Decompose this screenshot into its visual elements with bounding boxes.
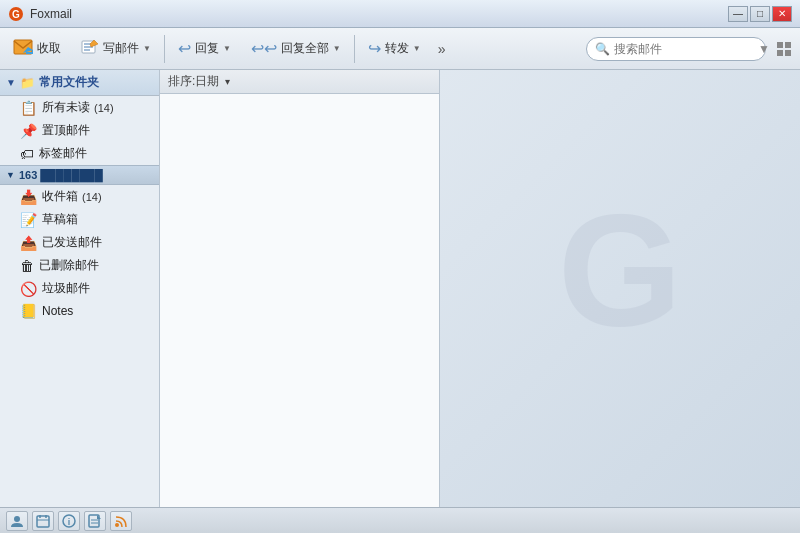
sidebar-item-junk[interactable]: 🚫 垃圾邮件 [0, 277, 159, 300]
compose-icon [81, 39, 99, 59]
all-unread-label: 所有未读 [42, 99, 90, 116]
calendar-button[interactable] [32, 511, 54, 531]
all-unread-badge: (14) [94, 102, 114, 114]
search-dropdown-icon[interactable]: ▼ [758, 42, 770, 56]
contacts-button[interactable] [6, 511, 28, 531]
compose-label: 写邮件 [103, 40, 139, 57]
forward-icon: ↪ [368, 39, 381, 58]
rss-button[interactable] [110, 511, 132, 531]
reply-all-icon: ↩↩ [251, 39, 277, 58]
common-folders-header[interactable]: ▼ 📁 常用文件夹 [0, 70, 159, 96]
svg-rect-13 [777, 50, 783, 56]
toolbar-separator-2 [354, 35, 355, 63]
forward-dropdown-arrow[interactable]: ▼ [413, 44, 421, 53]
notes-icon: 📒 [20, 303, 37, 319]
notes-label: Notes [42, 304, 73, 318]
svg-point-16 [14, 516, 20, 522]
drafts-label: 草稿箱 [42, 211, 78, 228]
search-input[interactable] [614, 42, 754, 56]
sidebar-item-inbox[interactable]: 📥 收件箱 (14) [0, 185, 159, 208]
receive-icon [13, 39, 33, 59]
sort-button[interactable]: 排序:日期 ▾ [168, 73, 230, 90]
main-layout: ▼ 📁 常用文件夹 📋 所有未读 (14) 📌 置顶邮件 🏷 标签邮件 ▼ 16… [0, 70, 800, 507]
titlebar: G Foxmail — □ ✕ [0, 0, 800, 28]
close-button[interactable]: ✕ [772, 6, 792, 22]
svg-rect-12 [785, 42, 791, 48]
svg-rect-11 [777, 42, 783, 48]
deleted-icon: 🗑 [20, 258, 34, 274]
reply-all-dropdown-arrow[interactable]: ▼ [333, 44, 341, 53]
toolbar-separator-1 [164, 35, 165, 63]
tagged-label: 标签邮件 [39, 145, 87, 162]
inbox-icon: 📥 [20, 189, 37, 205]
maximize-button[interactable]: □ [750, 6, 770, 22]
svg-text:G: G [12, 9, 20, 20]
common-folders-arrow: ▼ [6, 77, 16, 88]
svg-point-27 [115, 523, 119, 527]
account-arrow: ▼ [6, 170, 15, 180]
svg-rect-14 [785, 50, 791, 56]
sidebar-item-all-unread[interactable]: 📋 所有未读 (14) [0, 96, 159, 119]
pinned-label: 置顶邮件 [42, 122, 90, 139]
inbox-label: 收件箱 [42, 188, 78, 205]
common-folders-label: 常用文件夹 [39, 74, 99, 91]
app-icon: G [8, 6, 24, 22]
pinned-icon: 📌 [20, 123, 37, 139]
compose-note-button[interactable] [84, 511, 106, 531]
statusbar: i [0, 507, 800, 533]
minimize-button[interactable]: — [728, 6, 748, 22]
reply-button[interactable]: ↩ 回复 ▼ [169, 33, 240, 65]
sidebar-item-notes[interactable]: 📒 Notes [0, 300, 159, 322]
svg-rect-2 [14, 40, 32, 54]
email-list-header: 排序:日期 ▾ [160, 70, 439, 94]
more-button[interactable]: » [432, 38, 452, 60]
deleted-label: 已删除邮件 [39, 257, 99, 274]
email-list-panel: 排序:日期 ▾ [160, 70, 440, 507]
reply-all-label: 回复全部 [281, 40, 329, 57]
sent-label: 已发送邮件 [42, 234, 102, 251]
reply-all-button[interactable]: ↩↩ 回复全部 ▼ [242, 33, 350, 65]
reply-label: 回复 [195, 40, 219, 57]
sidebar-item-deleted[interactable]: 🗑 已删除邮件 [0, 254, 159, 277]
preview-panel: G [440, 70, 800, 507]
receive-button[interactable]: 收取 [4, 33, 70, 65]
junk-label: 垃圾邮件 [42, 280, 90, 297]
drafts-icon: 📝 [20, 212, 37, 228]
sidebar: ▼ 📁 常用文件夹 📋 所有未读 (14) 📌 置顶邮件 🏷 标签邮件 ▼ 16… [0, 70, 160, 507]
account-header[interactable]: ▼ 163 ████████ [0, 165, 159, 185]
sent-icon: 📤 [20, 235, 37, 251]
inbox-badge: (14) [82, 191, 102, 203]
search-icon: 🔍 [595, 42, 610, 56]
account-label: 163 ████████ [19, 169, 103, 181]
common-folders-icon: 📁 [20, 76, 35, 90]
email-list-body [160, 94, 439, 507]
app-title: Foxmail [30, 7, 728, 21]
svg-text:i: i [68, 517, 71, 527]
junk-icon: 🚫 [20, 281, 37, 297]
sidebar-item-pinned[interactable]: 📌 置顶邮件 [0, 119, 159, 142]
sidebar-item-tagged[interactable]: 🏷 标签邮件 [0, 142, 159, 165]
compose-dropdown-arrow[interactable]: ▼ [143, 44, 151, 53]
receive-label: 收取 [37, 40, 61, 57]
forward-button[interactable]: ↪ 转发 ▼ [359, 33, 430, 65]
svg-text:G: G [558, 180, 682, 359]
foxmail-watermark: G [520, 175, 720, 402]
sort-direction-icon: ▾ [225, 76, 230, 87]
compose-button[interactable]: 写邮件 ▼ [72, 33, 160, 65]
grid-view-button[interactable] [772, 37, 796, 61]
info-button[interactable]: i [58, 511, 80, 531]
reply-dropdown-arrow[interactable]: ▼ [223, 44, 231, 53]
sidebar-item-sent[interactable]: 📤 已发送邮件 [0, 231, 159, 254]
sidebar-item-drafts[interactable]: 📝 草稿箱 [0, 208, 159, 231]
all-unread-icon: 📋 [20, 100, 37, 116]
search-area: 🔍 ▼ [586, 37, 766, 61]
toolbar: 收取 写邮件 ▼ ↩ 回复 ▼ ↩↩ 回复全部 ▼ ↪ 转发 ▼ [0, 28, 800, 70]
forward-label: 转发 [385, 40, 409, 57]
tagged-icon: 🏷 [20, 146, 34, 162]
reply-icon: ↩ [178, 39, 191, 58]
svg-rect-17 [37, 516, 49, 527]
sort-label-text: 排序:日期 [168, 74, 219, 88]
window-controls: — □ ✕ [728, 6, 792, 22]
